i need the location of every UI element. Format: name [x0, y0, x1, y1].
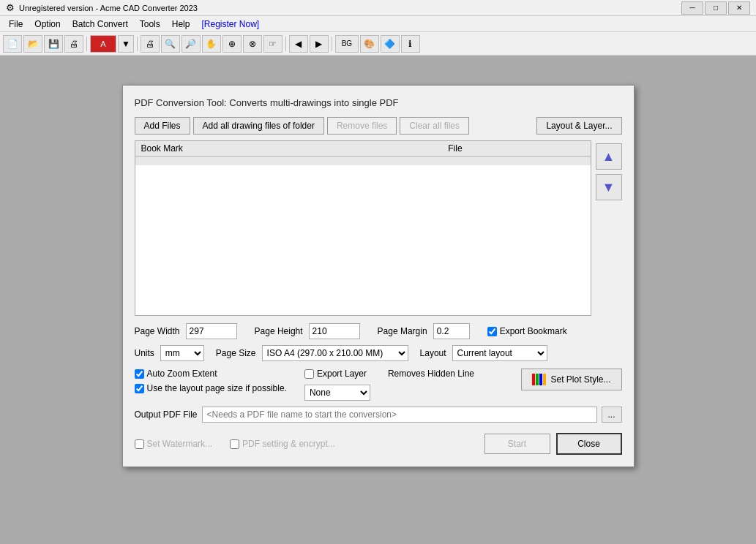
maximize-button[interactable]: □ [705, 1, 727, 15]
page-margin-label: Page Margin [378, 326, 427, 336]
toolbar-info[interactable]: ℹ [401, 35, 420, 53]
clear-files-button[interactable]: Clear all files [400, 117, 469, 135]
col-bookmark: Book Mark [135, 141, 443, 156]
browse-button[interactable]: ... [602, 407, 622, 423]
page-size-select[interactable]: ISO A4 (297.00 x 210.00 MM) [262, 345, 408, 361]
toolbar-sep3 [285, 37, 286, 51]
menu-file[interactable]: File [3, 16, 29, 31]
menu-option[interactable]: Option [29, 16, 66, 31]
units-label: Units [135, 348, 154, 358]
toolbar-new[interactable]: 📄 [3, 35, 22, 53]
start-button[interactable]: Start [484, 434, 550, 454]
toolbar-zoom-out[interactable]: 🔎 [181, 35, 201, 53]
page-margin-input[interactable] [433, 323, 470, 339]
toolbar-dropdown[interactable]: ▼ [118, 35, 134, 53]
up-arrow-icon: ▲ [602, 149, 615, 165]
toolbar-zoom-in[interactable]: 🔍 [161, 35, 180, 53]
title-bar-controls: ─ □ ✕ [681, 1, 750, 15]
title-bar-text: Unregistered version - Acme CAD Converte… [19, 4, 681, 12]
auto-zoom-checkbox[interactable] [135, 369, 144, 379]
toolbar-pan[interactable]: ✋ [202, 35, 221, 53]
page-width-label: Page Width [135, 326, 180, 336]
close-button[interactable]: Close [556, 433, 622, 455]
minimize-button[interactable]: ─ [681, 1, 703, 15]
output-path-input[interactable] [202, 407, 597, 423]
toolbar-zoom2[interactable]: ⊗ [243, 35, 262, 53]
move-down-button[interactable]: ▼ [596, 174, 622, 200]
toolbar-print[interactable]: 🖨 [64, 35, 83, 53]
toolbar-hand[interactable]: ☞ [263, 35, 282, 53]
toolbar-sep2 [137, 37, 138, 51]
main-area: PDF Conversion Tool: Converts multi-draw… [0, 56, 756, 482]
file-list-container: Book Mark File ▲ ▼ [135, 140, 622, 316]
toolbar-bg[interactable]: BG [335, 35, 359, 53]
use-layout-checkbox[interactable] [135, 384, 144, 393]
menu-register[interactable]: [Register Now] [195, 16, 265, 31]
toolbar-color2[interactable]: 🔷 [381, 35, 400, 53]
menu-bar: File Option Batch Convert Tools Help [Re… [0, 16, 756, 32]
dialog-title: PDF Conversion Tool: Converts multi-draw… [135, 97, 622, 108]
output-label: Output PDF File [135, 409, 198, 420]
toolbar-sep1 [86, 37, 87, 51]
add-folder-button[interactable]: Add all drawing files of folder [193, 117, 324, 135]
hidden-line-label: Removes Hidden Line [388, 369, 474, 379]
watermark-checkbox[interactable] [135, 439, 144, 449]
menu-help[interactable]: Help [166, 16, 196, 31]
page-settings-row1: Page Width Page Height Page Margin Expor… [135, 323, 622, 339]
layout-layer-button[interactable]: Layout & Layer... [536, 117, 621, 135]
units-row: Units mm Page Size ISO A4 (297.00 x 210.… [135, 345, 622, 361]
page-height-input[interactable] [309, 323, 360, 339]
menu-batch-convert[interactable]: Batch Convert [67, 16, 134, 31]
toolbar-logo[interactable]: A [90, 35, 116, 53]
menu-tools[interactable]: Tools [134, 16, 166, 31]
page-size-label: Page Size [216, 348, 256, 358]
file-list[interactable]: Book Mark File [135, 140, 591, 316]
output-row: Output PDF File ... [135, 407, 622, 423]
toolbar-color1[interactable]: 🎨 [360, 35, 379, 53]
export-bookmark-checkbox[interactable] [487, 327, 497, 336]
col-file: File [442, 141, 590, 156]
hidden-line-select[interactable]: None All Custom [304, 385, 370, 401]
page-width-input[interactable] [186, 323, 237, 339]
export-bookmark-row: Export Bookmark [487, 326, 567, 336]
export-layer-label[interactable]: Export Layer [304, 369, 370, 379]
pdf-setting-label[interactable]: PDF setting & encrypt... [230, 439, 335, 449]
toolbar-open[interactable]: 📂 [23, 35, 42, 53]
layout-label: Layout [420, 348, 446, 358]
auto-zoom-label[interactable]: Auto Zoom Extent [135, 369, 287, 379]
toolbar-print2[interactable]: 🖨 [141, 35, 160, 53]
toolbar-save[interactable]: 💾 [44, 35, 63, 53]
title-bar: ⚙ Unregistered version - Acme CAD Conver… [0, 0, 756, 16]
pdf-setting-checkbox[interactable] [230, 439, 239, 449]
nav-buttons: ▲ ▼ [596, 140, 622, 316]
set-plot-style-button[interactable]: Set Plot Style... [521, 369, 621, 390]
remove-files-button[interactable]: Remove files [327, 117, 397, 135]
top-button-row: Add Files Add all drawing files of folde… [135, 117, 622, 135]
app-icon: ⚙ [6, 2, 15, 13]
bottom-row: Set Watermark... PDF setting & encrypt..… [135, 433, 622, 455]
layout-select[interactable]: Current layout [452, 345, 547, 361]
move-up-button[interactable]: ▲ [596, 143, 622, 170]
watermark-label[interactable]: Set Watermark... [135, 439, 213, 449]
horizontal-scrollbar[interactable] [135, 156, 591, 165]
pdf-conversion-dialog: PDF Conversion Tool: Converts multi-draw… [122, 85, 635, 467]
down-arrow-icon: ▼ [602, 180, 615, 195]
units-select[interactable]: mm [160, 345, 204, 361]
export-bookmark-label: Export Bookmark [500, 326, 567, 336]
page-height-label: Page Height [255, 326, 303, 336]
use-layout-label[interactable]: Use the layout page size if possible. [135, 383, 287, 393]
toolbar-zoom1[interactable]: ⊕ [222, 35, 242, 53]
toolbar-dropdown-icon: ▼ [121, 39, 130, 49]
toolbar-sep4 [332, 37, 332, 51]
close-window-button[interactable]: ✕ [728, 1, 750, 15]
toolbar: 📄 📂 💾 🖨 A ▼ 🖨 🔍 🔎 ✋ ⊕ ⊗ ☞ ◀ ▶ BG 🎨 🔷 ℹ [0, 32, 756, 56]
add-files-button[interactable]: Add Files [135, 117, 190, 135]
export-layer-checkbox[interactable] [304, 369, 314, 379]
toolbar-nav-right[interactable]: ▶ [310, 35, 329, 53]
toolbar-nav-left[interactable]: ◀ [289, 35, 308, 53]
plot-style-icon [532, 374, 546, 385]
